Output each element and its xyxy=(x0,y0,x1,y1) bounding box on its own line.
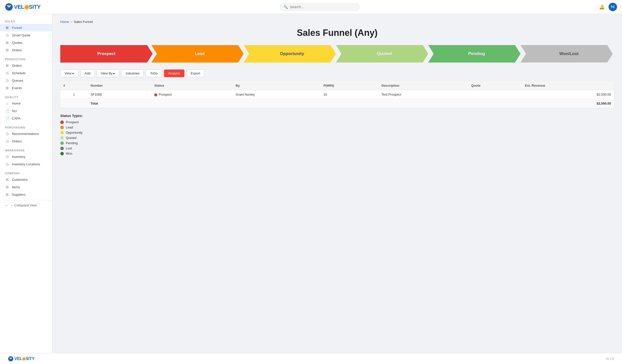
legend-dot-quoted xyxy=(60,136,64,140)
toolbar-btn-export[interactable]: Export xyxy=(186,69,204,77)
sidebar-item-label-0: Customers xyxy=(12,178,28,182)
sidebar-section-title-5: COMPANY xyxy=(0,170,52,176)
avatar[interactable]: TC xyxy=(609,3,617,11)
sidebar-item-label-1: Schedule xyxy=(12,71,25,75)
sidebar-item-icon-1: 📄 xyxy=(5,109,9,113)
sidebar-item-icon-1: ⊞ xyxy=(5,185,9,189)
sidebar-item-inventory-locations[interactable]: ◷ Inventory Locations xyxy=(0,160,52,168)
sidebar-item-icon-0: ⊞ xyxy=(5,26,9,30)
sidebar-item-label-2: Quotes xyxy=(12,41,22,45)
toolbar-btn-analysis[interactable]: Analysis xyxy=(164,69,184,77)
sidebar-item-inventory[interactable]: ◷ Inventory xyxy=(0,153,52,160)
total-revenue: $2,500.00 xyxy=(522,99,614,108)
col-header-#: # xyxy=(60,81,87,90)
sidebar-item-label-1: Orders xyxy=(12,139,22,143)
sidebar-section-title-2: QUALITY xyxy=(0,94,52,100)
sidebar-item-orders[interactable]: ◷ Orders xyxy=(0,137,52,145)
legend-label-won: Won xyxy=(66,152,73,155)
sidebar-item-icon-1: ◷ xyxy=(5,139,9,143)
sidebar-item-label-2: Queues xyxy=(12,79,23,82)
sidebar-item-home[interactable]: ⌂ Home xyxy=(0,100,52,107)
legend-label-pending: Pending xyxy=(66,141,78,145)
toolbar: View ▸AddView By ▸IndustriesToDoAnalysis… xyxy=(60,69,614,77)
breadcrumb-home[interactable]: Home xyxy=(60,20,69,24)
total-label xyxy=(60,99,87,108)
toolbar-btn-add[interactable]: Add xyxy=(80,69,95,77)
sidebar-item-icon-1: ◷ xyxy=(5,33,9,37)
table-row: 1 SF1000 Prospect Grant Nunley 10 Test P… xyxy=(60,90,614,99)
legend-item-quoted: Quoted xyxy=(60,136,614,140)
legend-dot-lost xyxy=(60,147,64,150)
breadcrumb-separator: > xyxy=(71,20,73,24)
footer-logo-text: VEL◉SITY xyxy=(14,356,35,361)
toolbar-btn-viewby[interactable]: View By ▸ xyxy=(97,69,119,77)
toolbar-btn-view[interactable]: View ▸ xyxy=(60,69,78,77)
sidebar-item-icon-2: ◷ xyxy=(5,78,9,82)
sidebar-item-quotes[interactable]: ⊞ Quotes xyxy=(0,39,52,46)
sidebar-section-title-1: PRODUCTION xyxy=(0,56,52,62)
sidebar-item-orders[interactable]: ⊞ Orders xyxy=(0,46,52,54)
sidebar-item-label-0: Home xyxy=(12,102,21,105)
sidebar-item-items[interactable]: ⊞ Items xyxy=(0,183,52,191)
legend-item-prospect: Prospect xyxy=(60,120,614,124)
total-desc xyxy=(379,99,468,108)
sidebar-item-suppliers[interactable]: ⊞ Suppliers xyxy=(0,191,52,198)
funnel-stage-quoted[interactable]: Quoted xyxy=(336,45,428,62)
legend-dot-opportunity xyxy=(60,131,64,134)
legend-dot-pending xyxy=(60,141,64,145)
funnel-stage-lead[interactable]: Lead xyxy=(151,45,243,62)
sidebar-section-quality: QUALITY ⌂ Home 📄 Ncr 📄 CAPA xyxy=(0,94,52,122)
legend-item-pending: Pending xyxy=(60,141,614,145)
sidebar-item-label-2: Suppliers xyxy=(12,193,25,196)
sidebar-section-title-4: WAREHOUSE xyxy=(0,147,52,153)
funnel-stage-opportunity[interactable]: Opportunity xyxy=(244,45,336,62)
sidebar-item-recommendations[interactable]: ◷ Recommendations xyxy=(0,130,52,137)
funnel-stage-prospect[interactable]: Prospect xyxy=(60,45,153,62)
sidebar-item-label-0: Orders xyxy=(12,64,22,67)
total-pwin xyxy=(320,99,379,108)
sidebar-item-label-3: Events xyxy=(12,86,22,90)
sidebar-item-capa[interactable]: 📄 CAPA xyxy=(0,115,52,122)
sidebar-item-label-1: Inventory Locations xyxy=(12,162,40,166)
legend-item-lead: Lead xyxy=(60,125,614,129)
toolbar-btn-todo[interactable]: ToDo xyxy=(146,69,162,77)
logo-icon xyxy=(5,3,13,11)
sidebar-item-funnel[interactable]: ⊞ Funnel xyxy=(0,24,52,31)
sidebar-item-queues[interactable]: ◷ Queues xyxy=(0,77,52,84)
sidebar-item-events[interactable]: ⊞ Events xyxy=(0,84,52,92)
sidebar-item-customers[interactable]: ⊞ Customers xyxy=(0,176,52,183)
sidebar-item-label-0: Recommendations xyxy=(12,132,39,136)
data-table: #NumberStatusByP(WIN)DescriptionQuoteEst… xyxy=(60,81,614,108)
sidebar-section-sales: SALES ⊞ Funnel ◷ Smart Quote ⊞ Quotes ⊞ … xyxy=(0,18,52,54)
sidebar-item-orders[interactable]: ⊞ Orders xyxy=(0,62,52,69)
sidebar-item-label-0: Funnel xyxy=(12,26,22,30)
legend-label-opportunity: Opportunity xyxy=(66,131,82,134)
topbar-right: 🔔 TC xyxy=(599,3,617,11)
sidebar-item-ncr[interactable]: 📄 Ncr xyxy=(0,107,52,115)
page-title: Sales Funnel (Any) xyxy=(60,28,614,38)
footer-version: v1.1.0 xyxy=(606,357,614,361)
sidebar-item-label-1: Ncr xyxy=(12,109,17,113)
total-by xyxy=(233,99,320,108)
search-bar[interactable]: 🔍 xyxy=(280,3,360,11)
cell-by: Grant Nunley xyxy=(233,90,320,99)
funnel-stage-won/lost[interactable]: Won/Lost xyxy=(521,45,613,62)
sidebar-item-icon-0: ◷ xyxy=(5,155,9,159)
svg-point-1 xyxy=(8,5,10,6)
sidebar-item-smart-quote[interactable]: ◷ Smart Quote xyxy=(0,31,52,39)
svg-point-3 xyxy=(10,357,11,358)
legend-label-quoted: Quoted xyxy=(66,136,77,140)
sidebar-item-label-1: Items xyxy=(12,185,20,189)
legend-item-lost: Lost xyxy=(60,146,614,150)
toolbar-btn-industries[interactable]: Industries xyxy=(121,69,144,77)
funnel-stage-pending[interactable]: Pending xyxy=(428,45,520,62)
search-input[interactable] xyxy=(290,5,356,9)
sidebar-section-title-3: PURCHASING xyxy=(0,124,52,130)
search-icon: 🔍 xyxy=(284,5,288,9)
sidebar-item-icon-0: ⊞ xyxy=(5,178,9,182)
collapsed-view-button[interactable]: ← ← Collapsed View xyxy=(5,203,47,207)
sidebar-item-schedule[interactable]: ◷ Schedule xyxy=(0,69,52,77)
sidebar-item-label-3: Orders xyxy=(12,48,22,52)
notification-icon[interactable]: 🔔 xyxy=(599,4,605,10)
legend-dot-lead xyxy=(60,126,64,129)
